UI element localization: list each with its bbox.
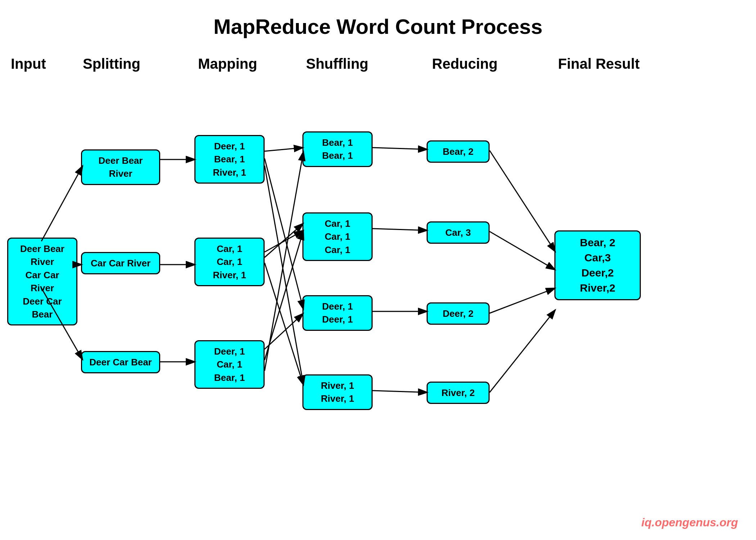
svg-line-11: [265, 313, 303, 349]
svg-line-17: [373, 229, 428, 230]
svg-line-10: [265, 263, 303, 385]
split-box-1: Deer Bear River: [81, 149, 160, 185]
final-box: Bear, 2Car,3Deer,2River,2: [554, 230, 641, 300]
split-box-2: Car Car River: [81, 252, 160, 274]
svg-line-8: [265, 166, 303, 385]
map-box-1: Deer, 1Bear, 1River, 1: [194, 135, 265, 184]
svg-line-20: [490, 150, 555, 252]
col-header-input: Input: [11, 56, 46, 72]
col-header-shuffling: Shuffling: [306, 56, 368, 72]
svg-line-23: [490, 310, 555, 392]
shuffle-box-3: Deer, 1Deer, 1: [302, 295, 373, 331]
col-header-reducing: Reducing: [432, 56, 498, 72]
col-header-splitting: Splitting: [83, 56, 140, 72]
reduce-box-1: Bear, 2: [427, 140, 490, 163]
page-title: MapReduce Word Count Process: [0, 0, 756, 46]
shuffle-box-4: River, 1River, 1: [302, 374, 373, 410]
svg-line-16: [373, 148, 428, 149]
watermark: iq.opengenus.org: [642, 516, 738, 529]
reduce-box-4: River, 2: [427, 382, 490, 404]
reduce-box-2: Car, 3: [427, 221, 490, 244]
svg-line-14: [265, 158, 303, 310]
svg-line-15: [265, 223, 303, 257]
svg-line-21: [490, 231, 555, 270]
col-header-mapping: Mapping: [198, 56, 257, 72]
svg-line-22: [490, 288, 555, 313]
svg-line-9: [265, 230, 303, 252]
svg-line-1: [41, 166, 83, 241]
input-box: Deer Bear RiverCar Car RiverDeer Car Bea…: [7, 238, 77, 325]
shuffle-box-1: Bear, 1Bear, 1: [302, 131, 373, 167]
svg-line-7: [265, 148, 303, 151]
reduce-box-3: Deer, 2: [427, 302, 490, 325]
map-box-2: Car, 1Car, 1River, 1: [194, 238, 265, 286]
split-box-3: Deer Car Bear: [81, 351, 160, 373]
svg-line-13: [265, 151, 303, 371]
map-box-3: Deer, 1Car, 1Bear, 1: [194, 340, 265, 389]
shuffle-box-2: Car, 1Car, 1Car, 1: [302, 212, 373, 261]
col-header-final: Final Result: [558, 56, 640, 72]
svg-line-19: [373, 391, 428, 392]
svg-line-12: [265, 230, 303, 360]
